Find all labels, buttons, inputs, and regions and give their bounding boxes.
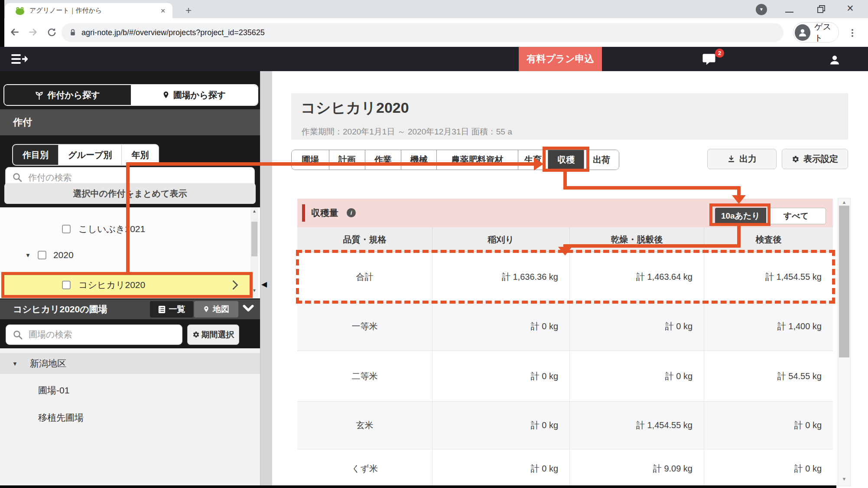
back-button[interactable] [9, 26, 20, 39]
gear-icon [792, 155, 800, 163]
expand-caret-icon[interactable]: ▼ [25, 252, 31, 259]
crop-group-label[interactable]: 2020 [53, 250, 74, 260]
checkbox[interactable] [62, 225, 71, 233]
fields-collapse-icon[interactable] [243, 304, 254, 315]
display-settings-button[interactable]: 表示設定 [782, 149, 848, 169]
field-search-input[interactable] [28, 329, 155, 340]
unit-toggle-all[interactable]: すべて [766, 208, 826, 224]
export-label: 出力 [739, 153, 757, 165]
crop-group-2020[interactable]: ▼ 2020 [25, 250, 74, 260]
tab-machine[interactable]: 機械 [401, 150, 436, 170]
cell-value: 計 0 kg [432, 449, 569, 488]
checkbox[interactable] [38, 251, 46, 259]
annotation-line [126, 162, 534, 166]
cell-value: 計 1,400 kg [704, 302, 833, 350]
crop-list-item[interactable]: こしいぶき2021 [62, 223, 145, 235]
row-label: くず米 [297, 449, 432, 488]
tab-search-by-crop[interactable]: 作付から探す [4, 85, 131, 105]
profile-label: ゲスト [814, 21, 839, 44]
window-minimize-button[interactable] [785, 12, 793, 13]
download-icon [727, 155, 735, 163]
frog-favicon-icon [15, 7, 25, 15]
page-title: コシヒカリ2020 [301, 98, 409, 118]
scroll-up-icon[interactable]: ▲ [250, 209, 258, 213]
table-row: 二等米 計 0 kg 計 0 kg 計 54.55 kg [297, 350, 833, 401]
view-list-button[interactable]: 一覧 [150, 301, 193, 318]
search-icon [13, 173, 22, 182]
annotation-line [563, 244, 741, 248]
crop-item-label[interactable]: こしいぶき2021 [78, 223, 145, 235]
url-bar[interactable]: agri-note.jp/b/#/overview/projects?proje… [62, 23, 783, 42]
window-close-button[interactable]: × [847, 2, 854, 15]
map-pin-icon [163, 91, 169, 99]
annotation-dashed-rect-total-row [296, 250, 835, 304]
tab-work[interactable]: 作業 [365, 150, 401, 170]
tab-pesticide-fertilizer[interactable]: 農薬肥料資材 [436, 150, 518, 170]
browser-menu-icon[interactable] [851, 28, 854, 38]
new-tab-button[interactable]: + [182, 4, 195, 17]
cell-value: 計 9.09 kg [569, 449, 704, 488]
account-icon[interactable] [829, 54, 841, 68]
row-label: 玄米 [297, 402, 432, 449]
field-group-row[interactable]: ▼ 新潟地区 [0, 353, 260, 374]
reload-button[interactable] [47, 27, 57, 39]
tab-field[interactable]: 圃場 [292, 150, 329, 170]
tab-search-by-field[interactable]: 圃場から探す [131, 85, 257, 105]
cell-value: 計 0 kg [432, 402, 569, 449]
lock-icon [69, 29, 76, 36]
tab-close-icon[interactable]: × [158, 6, 168, 16]
filter-tab-by-group[interactable]: グループ別 [58, 145, 121, 165]
filter-tab-by-crop-type[interactable]: 作目別 [13, 145, 58, 165]
display-settings-label: 表示設定 [803, 153, 838, 165]
row-label: 二等米 [297, 351, 432, 401]
field-item[interactable]: 圃場-01 [38, 384, 69, 396]
period-select-button[interactable]: 期間選択 [187, 324, 239, 345]
annotation-rect-unit-toggle [709, 203, 770, 226]
annotation-rect-harvest-tab [543, 147, 589, 172]
table-row: くず米 計 0 kg 計 9.09 kg 計 0 kg [297, 449, 833, 488]
show-selected-crops-button[interactable]: 選択中の作付をまとめて表示 [4, 183, 256, 204]
field-group-label[interactable]: 新潟地区 [30, 357, 66, 370]
list-icon [158, 305, 166, 314]
browser-update-icon[interactable]: ▼ [756, 4, 767, 15]
browser-tab[interactable]: アグリノート｜作付から × [5, 3, 172, 18]
row-label: 一等米 [297, 302, 432, 350]
upgrade-plan-button[interactable]: 有料プラン申込 [519, 47, 602, 71]
cell-value: 計 0 kg [432, 302, 569, 350]
sidebar-collapse-icon[interactable]: ◀ [261, 280, 267, 289]
gear-icon [192, 331, 200, 338]
cell-value: 計 0 kg [704, 449, 833, 488]
sidebar-section-title: 作付 [0, 109, 260, 135]
view-map-button[interactable]: 地図 [194, 301, 238, 318]
crop-search-input[interactable] [27, 172, 209, 183]
tab-plan[interactable]: 計画 [329, 150, 365, 170]
collapse-caret-icon[interactable]: ▼ [12, 360, 18, 367]
annotation-arrow-to-harvest-tab [534, 157, 543, 170]
view-list-label: 一覧 [169, 304, 185, 315]
screen: アグリノート｜作付から × + ▼ × agri-note.jp/b/#/ove… [0, 0, 868, 488]
scroll-down-icon[interactable]: ▼ [838, 476, 851, 481]
view-map-label: 地図 [213, 304, 229, 315]
col-header-after-inspection: 検査後 [704, 227, 833, 252]
avatar-icon [795, 24, 810, 41]
window-restore-button[interactable] [817, 5, 825, 15]
info-icon[interactable]: i [347, 208, 356, 217]
annotation-line [126, 164, 130, 272]
col-header-quality: 品質・規格 [297, 227, 432, 252]
content-scroll-thumb[interactable] [839, 206, 849, 357]
cell-value: 計 1,454.55 kg [569, 402, 704, 449]
export-button[interactable]: 出力 [707, 149, 777, 169]
chat-icon[interactable] [702, 53, 716, 68]
scroll-up-icon[interactable]: ▲ [838, 200, 851, 205]
field-item[interactable]: 移植先圃場 [38, 412, 84, 424]
field-search-box [6, 324, 182, 345]
page-subtitle: 作業期間：2020年1月1日 ～ 2020年12月31日 面積：55 a [302, 126, 512, 138]
tab-search-by-field-label: 圃場から探す [173, 89, 226, 101]
sidebar-menu-icon[interactable] [11, 54, 28, 66]
profile-button[interactable]: ゲスト [793, 22, 839, 43]
cell-value: 計 54.55 kg [704, 351, 833, 401]
crop-list-scroll-thumb[interactable] [251, 222, 257, 256]
forward-button[interactable] [28, 26, 39, 39]
annotation-arrow-to-unit-toggle [732, 195, 746, 204]
search-icon [13, 330, 23, 340]
